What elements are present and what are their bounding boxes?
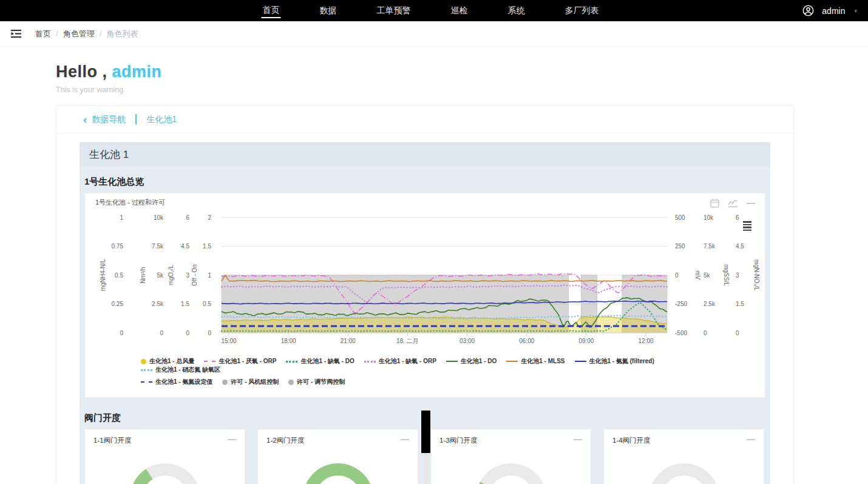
breadcrumb-item-角色列表: 角色列表	[106, 29, 138, 39]
line-chart-icon[interactable]	[728, 199, 738, 208]
svg-text:18:00: 18:00	[281, 338, 296, 344]
nav-item-首页[interactable]: 首页	[261, 3, 280, 18]
top-navigation: 首页数据工单预警巡检系统多厂列表 admin ▾	[0, 0, 868, 21]
svg-text:2: 2	[208, 214, 211, 221]
valve-gauge-card-3: 1-3阀门开度	[430, 429, 591, 484]
legend-item[interactable]: 许可 - 调节阀控制	[288, 378, 345, 386]
legend-label: 生化池1 - DO	[461, 357, 497, 366]
svg-text:0.25: 0.25	[112, 301, 124, 307]
svg-text:06:00: 06:00	[519, 338, 534, 344]
legend-marker-icon	[286, 361, 297, 363]
svg-text:15:00: 15:00	[221, 338, 236, 344]
breadcrumb-item-首页[interactable]: 首页	[35, 29, 51, 39]
chart-title: 1号生化池 - 过程和许可	[95, 198, 165, 207]
overview-section-title: 1号生化池总览	[84, 176, 765, 188]
legend-item[interactable]: 生化池1 - 氨氮 (filtered)	[575, 357, 654, 366]
legend-marker-icon	[141, 381, 152, 383]
calendar-icon[interactable]	[710, 199, 719, 208]
svg-text:5k: 5k	[157, 272, 164, 279]
legend-item[interactable]: 许可 - 风机组控制	[222, 378, 279, 386]
main-content: Hello , admin This is your warning ‹ 数据导…	[0, 63, 868, 484]
svg-text:-250: -250	[675, 301, 687, 307]
line-chart: 10.750.50.250mgNH4-N/L10k7.5k5k2.5k0Nm³/…	[85, 211, 766, 350]
caret-down-icon: ▾	[854, 8, 857, 14]
chart-context-menu-icon[interactable]	[743, 221, 751, 231]
svg-text:mV: mV	[694, 271, 701, 280]
legend-item[interactable]: 生化池1 - 氨氮设定值	[141, 378, 212, 386]
legend-item[interactable]: 生化池1 - 总风量	[141, 357, 194, 366]
legend-item[interactable]: 生化池1 - 缺氧 - DO	[286, 357, 354, 366]
svg-text:18. 二月: 18. 二月	[396, 338, 419, 344]
svg-text:0: 0	[160, 330, 163, 336]
gauge-title: 1-1阀门开度	[93, 436, 236, 445]
panel-title: 生化池 1	[80, 142, 770, 166]
legend-item[interactable]: 生化池1 - DO	[446, 357, 497, 366]
gauge-title: 1-3阀门开度	[439, 436, 582, 445]
svg-text:0: 0	[675, 272, 679, 279]
gauge-title: 1-4阀门开度	[612, 436, 755, 445]
legend-marker-icon	[141, 369, 152, 371]
nav-item-工单预警[interactable]: 工单预警	[375, 4, 412, 18]
svg-text:250: 250	[675, 243, 685, 250]
breadcrumb-separator: /	[100, 29, 102, 38]
minimize-icon[interactable]	[747, 434, 755, 440]
legend-marker-icon	[204, 361, 215, 362]
minimize-icon[interactable]	[401, 434, 409, 440]
nav-item-巡检[interactable]: 巡检	[449, 4, 469, 18]
greeting-subtitle: This is your warning	[56, 86, 868, 94]
legend-label: 生化池1 - 硝态氮 缺氧区	[155, 366, 220, 374]
svg-text:2.5k: 2.5k	[152, 301, 164, 307]
nav-item-数据[interactable]: 数据	[318, 4, 337, 18]
breadcrumb-separator: /	[56, 29, 58, 38]
legend-item[interactable]: 生化池1 - 厌氧 - ORP	[204, 357, 276, 366]
minimize-icon[interactable]	[228, 434, 236, 440]
overview-chart-card: 1号生化池 - 过程和许可 10.750.50.250mgNH4-N/L10k7	[84, 193, 765, 398]
svg-text:1.5: 1.5	[181, 301, 189, 307]
nav-item-多厂列表[interactable]: 多厂列表	[563, 4, 600, 18]
svg-text:6: 6	[736, 214, 739, 221]
legend-item[interactable]: 生化池1 - MLSS	[506, 357, 565, 366]
legend-marker-icon	[446, 361, 458, 362]
svg-text:mgN-NO₃/L: mgN-NO₃/L	[753, 259, 760, 291]
svg-text:12:00: 12:00	[639, 338, 654, 344]
svg-text:0: 0	[186, 330, 189, 336]
gauge-title: 1-2阀门开度	[266, 436, 409, 445]
svg-text:3: 3	[186, 272, 189, 279]
svg-text:3: 3	[736, 272, 739, 279]
minimize-icon[interactable]	[574, 434, 582, 440]
legend-label: 生化池1 - 总风量	[149, 357, 194, 366]
legend-label: 生化池1 - 缺氧 - ORP	[379, 357, 436, 366]
nav-item-系统[interactable]: 系统	[506, 4, 526, 18]
breadcrumb-item-角色管理[interactable]: 角色管理	[63, 29, 95, 39]
svg-text:mgNH4-N/L: mgNH4-N/L	[100, 259, 106, 291]
user-menu[interactable]: admin ▾	[802, 0, 857, 21]
legend-item[interactable]: 生化池1 - 硝态氮 缺氧区	[141, 366, 220, 374]
current-tab[interactable]: 生化池1	[146, 114, 177, 125]
svg-text:10k: 10k	[704, 214, 714, 221]
svg-text:mgO₂/L: mgO₂/L	[168, 265, 174, 285]
svg-text:0.5: 0.5	[115, 272, 123, 279]
svg-text:0: 0	[704, 330, 707, 336]
legend-marker-icon	[141, 359, 146, 364]
gauge-donut	[466, 453, 557, 484]
scrollbar-thumb[interactable]	[421, 411, 430, 453]
svg-text:0: 0	[736, 330, 739, 336]
legend-marker-icon	[506, 361, 518, 362]
greeting: Hello , admin This is your warning	[56, 63, 868, 94]
breadcrumb: 首页/角色管理/角色列表	[35, 29, 138, 39]
chevron-left-icon: ‹	[83, 115, 87, 124]
svg-text:0.5: 0.5	[203, 301, 211, 307]
legend-item[interactable]: 生化池1 - 缺氧 - ORP	[364, 357, 436, 366]
minimize-icon[interactable]	[747, 203, 755, 204]
back-button[interactable]: ‹ 数据导航	[83, 114, 126, 125]
menu-fold-icon[interactable]	[7, 29, 25, 38]
chart-toolbar	[710, 199, 755, 208]
page: 首页数据工单预警巡检系统多厂列表 admin ▾ 首页/角色管理/角色列表 He…	[0, 0, 868, 484]
svg-text:1.5: 1.5	[736, 301, 744, 307]
svg-text:21:00: 21:00	[341, 338, 356, 344]
svg-text:09:00: 09:00	[578, 338, 594, 344]
greeting-hello: Hello ,	[56, 63, 107, 81]
valve-gauge-card-4: 1-4阀门开度	[603, 429, 764, 484]
svg-text:4.5: 4.5	[736, 243, 744, 250]
svg-text:1.5: 1.5	[203, 243, 211, 250]
